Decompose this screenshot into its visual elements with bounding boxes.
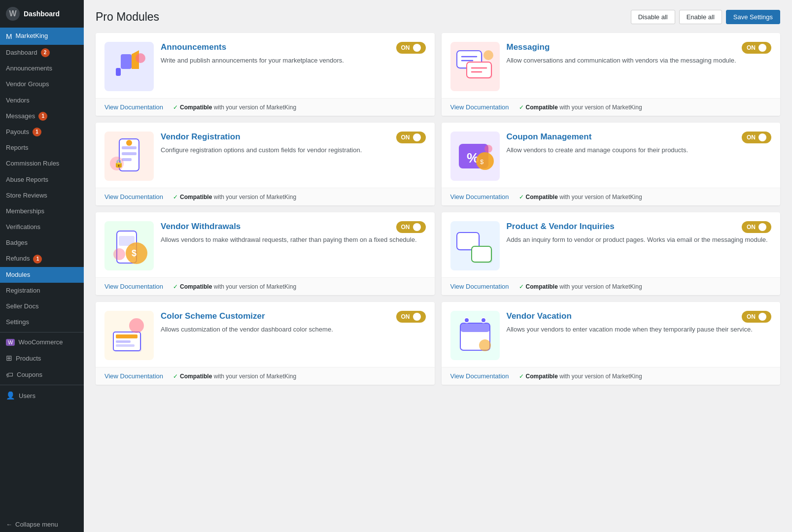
sidebar-item-badges[interactable]: Badges [0,235,84,251]
sidebar-item-dashboard[interactable]: Dashboard 2 [0,45,84,61]
sidebar-item-refunds[interactable]: Refunds 1 [0,251,84,266]
view-docs-vendor-withdrawals[interactable]: View Documentation [104,283,163,290]
toggle-on-product-vendor-inquiries[interactable]: ON [742,221,771,233]
module-footer-coupon-management: View Documentation ✓ Compatible with you… [442,188,781,205]
toggle-label-announcements: ON [401,44,410,51]
toggle-on-coupon-management[interactable]: ON [742,132,771,143]
svg-rect-16 [122,152,137,155]
module-toggle-color-scheme-customizer[interactable]: ON [396,311,426,323]
sidebar-item-store-reviews[interactable]: Store Reviews [0,188,84,203]
view-docs-coupon-management[interactable]: View Documentation [450,193,509,200]
view-docs-vendor-vacation[interactable]: View Documentation [450,372,509,380]
module-illustration-color-scheme-customizer: 🎨 [104,311,154,360]
module-card-vendor-vacation: 🌴 Vendor Vacation ON Allows your vendors… [442,302,781,385]
sidebar-item-messages[interactable]: Messages 1 [0,108,84,124]
view-docs-announcements[interactable]: View Documentation [104,103,163,111]
module-illustration-announcements [104,42,154,91]
compatible-label-vendor-withdrawals: Compatible with your version of MarketKi… [180,283,296,290]
compatible-label-product-vendor-inquiries: Compatible with your version of MarketKi… [526,283,642,290]
module-toggle-vendor-withdrawals[interactable]: ON [396,221,426,233]
module-desc-product-vendor-inquiries: Adds an inquiry form to vendor or produc… [507,235,772,245]
sidebar-item-woocommerce[interactable]: W WooCommerce [0,334,84,350]
sidebar-item-vendor-groups-label: Vendor Groups [6,80,49,89]
sidebar-item-registration[interactable]: Registration [0,283,84,299]
sidebar-item-payouts[interactable]: Payouts 1 [0,124,84,140]
module-desc-color-scheme-customizer: Allows customization of the vendor dashb… [161,325,426,334]
module-toggle-vendor-vacation[interactable]: ON [742,311,771,323]
sidebar-item-settings[interactable]: Settings [0,314,84,330]
compatible-text-vendor-registration: ✓ Compatible with your version of Market… [173,194,296,200]
module-card-body-coupon-management: % $ Coupon Management ON Allow vendors t… [442,123,781,188]
sidebar-item-coupons[interactable]: 🏷 Coupons [0,366,84,383]
view-docs-color-scheme-customizer[interactable]: View Documentation [104,372,163,380]
toggle-on-vendor-vacation[interactable]: ON [742,311,771,323]
sidebar-item-reports[interactable]: Reports [0,140,84,156]
sidebar-item-commission-rules[interactable]: Commission Rules [0,156,84,171]
check-icon-product-vendor-inquiries: ✓ [519,283,524,290]
check-icon-color-scheme-customizer: ✓ [173,373,178,380]
module-content-color-scheme-customizer: Color Scheme Customizer ON Allows custom… [161,311,426,334]
toggle-label-vendor-registration: ON [401,134,410,141]
toggle-on-vendor-registration[interactable]: ON [396,132,426,143]
sidebar-item-seller-docs[interactable]: Seller Docs [0,299,84,314]
module-illustration-vendor-vacation: 🌴 [450,311,500,360]
page-header: Pro Modules Disable all Enable all Save … [96,10,780,24]
svg-point-47 [464,318,469,323]
compatible-label-coupon-management: Compatible with your version of MarketKi… [526,194,642,200]
module-desc-announcements: Write and publish announcements for your… [161,56,426,66]
module-title-color-scheme-customizer: Color Scheme Customizer [161,311,265,322]
check-icon-messaging: ✓ [519,104,524,111]
sidebar-marketking-items: Dashboard 2 Announcements Vendor Groups … [0,45,84,330]
sidebar-item-modules[interactable]: Modules [0,267,84,283]
compatible-text-messaging: ✓ Compatible with your version of Market… [519,104,642,111]
module-illustration-messaging [450,42,500,91]
svg-rect-3 [116,68,121,76]
sidebar-item-announcements[interactable]: Announcements [0,61,84,76]
toggle-on-color-scheme-customizer[interactable]: ON [396,311,426,323]
sidebar-item-vendor-groups[interactable]: Vendor Groups [0,76,84,92]
module-footer-vendor-vacation: View Documentation ✓ Compatible with you… [442,367,781,385]
module-content-messaging: Messaging ON Allow conversations and com… [507,42,772,66]
module-desc-vendor-vacation: Allows your vendors to enter vacation mo… [507,325,772,334]
sidebar-item-users[interactable]: 👤 Users [0,387,84,404]
sidebar-item-abuse-reports[interactable]: Abuse Reports [0,172,84,188]
sidebar-marketking-header[interactable]: M MarketKing [0,28,84,45]
svg-point-30 [113,248,125,260]
svg-text:📞: 📞 [485,232,495,241]
toggle-on-messaging[interactable]: ON [742,42,771,54]
module-title-announcements: Announcements [161,42,226,53]
view-docs-product-vendor-inquiries[interactable]: View Documentation [450,283,509,290]
module-desc-coupon-management: Allow vendors to create and manage coupo… [507,145,772,155]
module-toggle-vendor-registration[interactable]: ON [396,132,426,143]
toggle-on-announcements[interactable]: ON [396,42,426,54]
save-settings-button[interactable]: Save Settings [726,10,780,24]
module-card-body-product-vendor-inquiries: ✉ 💬 📞 Product & Vendor Inquiries ON Adds… [442,212,781,277]
toggle-label-coupon-management: ON [747,134,756,141]
view-docs-messaging[interactable]: View Documentation [450,103,509,111]
toggle-on-vendor-withdrawals[interactable]: ON [396,221,426,233]
wp-logo-icon: W [6,7,20,21]
compatible-text-announcements: ✓ Compatible with your version of Market… [173,104,296,111]
svg-point-13 [483,50,493,60]
collapse-menu-button[interactable]: ← Collapse menu [0,517,84,532]
sidebar-item-products[interactable]: ⊞ Products [0,350,84,366]
module-card-messaging: Messaging ON Allow conversations and com… [442,33,781,116]
sidebar-item-vendors[interactable]: Vendors [0,93,84,108]
wp-dashboard-item[interactable]: W Dashboard [0,0,84,28]
wp-dashboard-label: Dashboard [24,10,60,18]
svg-rect-15 [122,146,137,149]
svg-point-48 [481,318,486,323]
module-title-messaging: Messaging [507,42,550,53]
module-toggle-announcements[interactable]: ON [396,42,426,54]
module-toggle-coupon-management[interactable]: ON [742,132,771,143]
module-toggle-messaging[interactable]: ON [742,42,771,54]
disable-all-button[interactable]: Disable all [631,10,675,24]
sidebar-item-memberships[interactable]: Memberships [0,203,84,219]
enable-all-button[interactable]: Enable all [679,10,722,24]
products-icon: ⊞ [6,354,12,363]
module-toggle-product-vendor-inquiries[interactable]: ON [742,221,771,233]
compatible-label-announcements: Compatible with your version of MarketKi… [180,104,296,111]
toggle-label-vendor-withdrawals: ON [401,224,410,231]
sidebar-item-verifications[interactable]: Verifications [0,219,84,235]
view-docs-vendor-registration[interactable]: View Documentation [104,193,163,200]
